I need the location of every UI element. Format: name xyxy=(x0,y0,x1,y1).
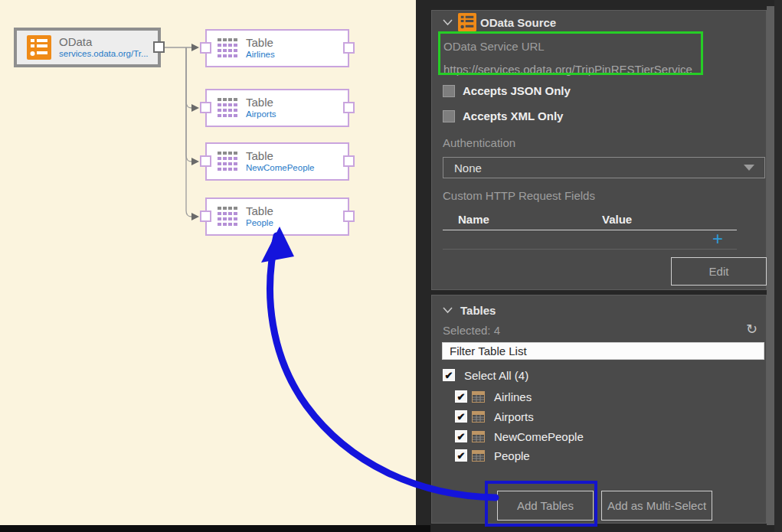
collapse-chevron-icon[interactable] xyxy=(443,307,453,314)
node-subtitle: People xyxy=(246,218,273,229)
select-all-checkbox[interactable]: ✔ xyxy=(443,369,455,381)
authentication-dropdown[interactable]: None xyxy=(443,157,765,178)
chevron-down-icon xyxy=(744,165,754,171)
panel-section-title: Tables xyxy=(460,304,496,317)
authentication-label: Authentication xyxy=(443,136,515,149)
add-multi-select-button[interactable]: Add as Multi-Select xyxy=(601,491,712,521)
input-port[interactable] xyxy=(200,42,211,54)
output-port[interactable] xyxy=(343,42,355,54)
dataflow-designer-window: OData services.odata.org/Tr... Table Air… xyxy=(0,0,782,532)
panel-scrollbar-track xyxy=(774,0,782,532)
table-node-airlines[interactable]: Table Airlines xyxy=(205,29,349,67)
design-canvas[interactable]: OData services.odata.org/Tr... Table Air… xyxy=(0,0,416,525)
table-node-text: Table People xyxy=(246,204,273,228)
input-port[interactable] xyxy=(200,211,211,222)
table-node-airports[interactable]: Table Airports xyxy=(205,89,349,127)
output-port[interactable] xyxy=(343,102,355,113)
node-title: Table xyxy=(246,204,273,217)
table-row-airports[interactable]: ✔ Airports xyxy=(455,410,534,423)
table-node-newcomepeople[interactable]: Table NewComePeople xyxy=(205,142,349,181)
node-title: Table xyxy=(246,96,276,109)
collapse-chevron-icon[interactable] xyxy=(443,19,453,26)
node-subtitle: Airports xyxy=(246,109,276,120)
fields-name-column: Name xyxy=(458,213,489,226)
node-title: Table xyxy=(246,149,315,162)
fields-value-column: Value xyxy=(602,213,632,226)
odata-source-panel: OData Source OData Service URL https://s… xyxy=(431,10,767,290)
node-subtitle: Airlines xyxy=(246,50,275,60)
table-checkbox[interactable]: ✔ xyxy=(455,430,467,442)
filter-table-input[interactable] xyxy=(442,342,764,360)
odata-node-icon xyxy=(27,35,51,60)
custom-fields-label: Custom HTTP Request Fields xyxy=(443,189,595,202)
table-node-people[interactable]: Table People xyxy=(205,197,349,236)
add-tables-button[interactable]: Add Tables xyxy=(497,491,594,521)
accepts-xml-checkbox[interactable] xyxy=(443,110,455,122)
authentication-value: None xyxy=(454,162,744,175)
odata-url-link[interactable]: https://services.odata.org/TripPinRESTie… xyxy=(443,63,692,76)
table-node-text: Table Airlines xyxy=(246,36,275,60)
tables-panel: Tables Selected: 4 ↻ ✔ Select All (4) ✔ … xyxy=(431,295,767,524)
table-name: Airlines xyxy=(494,390,532,403)
fields-header-divider xyxy=(443,230,737,230)
odata-source-icon xyxy=(458,13,476,31)
odata-url-label: OData Service URL xyxy=(443,40,545,53)
table-node-text: Table Airports xyxy=(246,96,276,119)
refresh-icon[interactable]: ↻ xyxy=(746,322,757,336)
canvas-bottom-bar xyxy=(0,525,430,532)
table-icon xyxy=(472,450,485,462)
table-name: NewComePeople xyxy=(494,430,584,443)
selected-count-label: Selected: 4 xyxy=(443,324,500,337)
node-title: Table xyxy=(246,36,275,49)
accepts-json-checkbox[interactable] xyxy=(443,85,455,97)
table-row-people[interactable]: ✔ People xyxy=(455,449,530,462)
input-port[interactable] xyxy=(200,102,211,113)
select-all-row[interactable]: ✔ Select All (4) xyxy=(443,368,528,382)
output-port[interactable] xyxy=(153,41,165,53)
output-port[interactable] xyxy=(343,211,355,222)
odata-source-node[interactable]: OData services.odata.org/Tr... xyxy=(14,28,161,67)
node-title: OData xyxy=(59,35,149,48)
output-port[interactable] xyxy=(343,155,355,167)
table-row-newcomepeople[interactable]: ✔ NewComePeople xyxy=(455,429,584,443)
table-grid-icon xyxy=(218,152,238,171)
accepts-json-label: Accepts JSON Only xyxy=(463,84,571,97)
node-subtitle: NewComePeople xyxy=(246,163,315,174)
node-subtitle: services.odata.org/Tr... xyxy=(59,49,149,60)
panel-section-title: OData Source xyxy=(480,16,556,29)
table-icon xyxy=(472,411,485,423)
edit-button[interactable]: Edit xyxy=(671,257,767,286)
panel-scrollbar[interactable] xyxy=(767,6,774,525)
table-grid-icon xyxy=(218,38,238,58)
table-checkbox[interactable]: ✔ xyxy=(455,410,467,423)
table-grid-icon xyxy=(218,98,238,118)
table-icon xyxy=(472,391,485,403)
fields-row-divider xyxy=(443,249,737,250)
table-node-text: Table NewComePeople xyxy=(246,149,315,173)
odata-node-text: OData services.odata.org/Tr... xyxy=(59,35,149,59)
select-all-label: Select All (4) xyxy=(464,369,528,382)
table-name: People xyxy=(494,449,530,462)
table-checkbox[interactable]: ✔ xyxy=(455,449,467,462)
connector-wires xyxy=(0,0,416,532)
table-icon xyxy=(472,431,485,442)
table-checkbox[interactable]: ✔ xyxy=(455,390,467,403)
accepts-xml-label: Accepts XML Only xyxy=(463,109,563,122)
table-row-airlines[interactable]: ✔ Airlines xyxy=(455,390,532,403)
table-grid-icon xyxy=(218,207,238,227)
input-port[interactable] xyxy=(200,155,211,167)
table-name: Airports xyxy=(494,410,534,423)
add-field-button[interactable]: + xyxy=(712,231,723,246)
